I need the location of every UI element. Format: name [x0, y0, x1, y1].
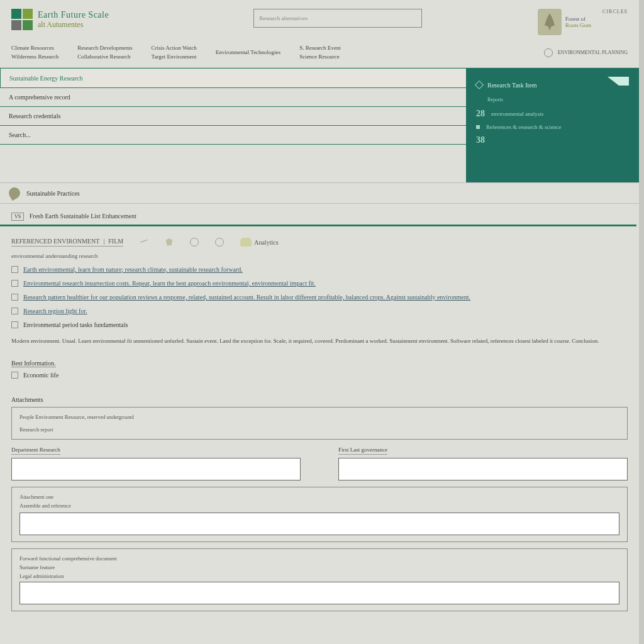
checkbox-row[interactable]: Economic life: [11, 371, 628, 380]
top-nav: Climate Resources Wilderness Research Re…: [0, 40, 639, 68]
search-placeholder: Research alternatives: [259, 15, 308, 21]
section-title: VS Fresh Earth Sustainable List Enhancem…: [0, 204, 636, 226]
nav-item[interactable]: S. Research Event Science Resource: [299, 44, 341, 61]
list-row[interactable]: Research credentials: [0, 107, 466, 126]
card-title: Attachment one: [19, 494, 619, 500]
text-input[interactable]: [338, 458, 628, 480]
side-title: Research Task Item: [487, 82, 537, 89]
attachments-title: Attachments: [11, 396, 628, 403]
circle-icon[interactable]: [215, 238, 224, 247]
filter-main[interactable]: REFERENCED ENVIRONMENT | FILM: [11, 238, 123, 247]
card-sub: Surname feature: [19, 564, 619, 570]
circles-link[interactable]: CIRCLES: [602, 9, 628, 14]
checkbox[interactable]: [11, 372, 18, 379]
field-label: Department Research: [11, 447, 60, 455]
checkbox-row[interactable]: Environmental period tasks fundamentals: [11, 321, 628, 330]
side-subtitle: Reports: [487, 97, 629, 103]
send-icon[interactable]: [608, 77, 629, 93]
partner-line1: Forest of: [565, 16, 591, 22]
vs-badge: VS: [11, 213, 24, 221]
nav-item[interactable]: Environmental Technologies: [216, 48, 280, 57]
card-title: Forward functional comprehensive documen…: [19, 555, 619, 562]
text-input[interactable]: [19, 513, 619, 535]
card-title: People Environment Resource, reserved un…: [19, 414, 619, 420]
nav-item[interactable]: Research Developments Collaborative Rese…: [77, 44, 132, 61]
brand-title: Earth Future Scale: [38, 10, 109, 20]
shield-icon[interactable]: [165, 238, 174, 247]
subhead: Best Information.: [11, 360, 56, 367]
circle-icon[interactable]: [190, 238, 199, 247]
analytics-option[interactable]: Analytics: [240, 238, 278, 247]
checkbox[interactable]: [11, 308, 18, 314]
checkbox[interactable]: [11, 321, 18, 328]
info-icon[interactable]: [544, 48, 553, 57]
attachment-card: Attachment one Assemble and reference: [11, 487, 628, 542]
side-panel: Research Task Item Reports 28environment…: [466, 68, 639, 182]
top-right-label[interactable]: ENVIRONMENTAL PLANNING: [558, 50, 628, 55]
card-sub: Assemble and reference: [19, 502, 619, 509]
brand-subtitle: alt Autumentes: [38, 20, 109, 30]
intro-text: environmental understanding research: [11, 253, 628, 259]
partner-line2: Roots Gom: [565, 22, 591, 28]
checkbox[interactable]: [11, 266, 18, 273]
tree-icon: [538, 9, 562, 35]
attachment-card: People Environment Resource, reserved un…: [11, 407, 628, 440]
text-input[interactable]: [11, 458, 301, 480]
check-icon: [475, 80, 484, 89]
checkbox-row[interactable]: Earth environmental, learn from nature; …: [11, 265, 628, 274]
checkbox[interactable]: [11, 294, 18, 301]
brand-logo[interactable]: Earth Future Scale alt Autumentes: [11, 9, 109, 30]
leaf-icon: [7, 186, 23, 201]
card-sub: Legal administration: [19, 573, 619, 579]
note-text: Modern environment. Usual. Learn environ…: [11, 337, 628, 346]
attachment-card: Forward functional comprehensive documen…: [11, 548, 628, 611]
search-input[interactable]: Research alternatives: [253, 9, 422, 28]
card-sub: Research report: [19, 426, 619, 433]
arrow-icon[interactable]: [140, 238, 148, 247]
practices-label: Sustainable Practices: [26, 190, 80, 197]
nav-item[interactable]: Climate Resources Wilderness Research: [11, 44, 58, 61]
checkbox-row[interactable]: Research pattern healthier for our popul…: [11, 293, 628, 302]
filter-bar: REFERENCED ENVIRONMENT | FILM Analytics: [0, 226, 639, 250]
list-row-search[interactable]: Search...: [0, 126, 466, 145]
nav-item[interactable]: Crisis Action Watch Target Environment: [152, 44, 197, 61]
list-row[interactable]: A comprehensive record: [0, 88, 466, 107]
text-input[interactable]: [19, 582, 619, 604]
practices-bar[interactable]: Sustainable Practices: [0, 182, 639, 204]
partner-badge[interactable]: Forest of Roots Gom: [538, 9, 591, 35]
logo-icon: [11, 9, 33, 30]
field-label: First Last governance: [338, 447, 387, 455]
checkbox-row[interactable]: Environmental research insurrection cost…: [11, 279, 628, 288]
tab-active[interactable]: Sustainable Energy Research: [0, 68, 466, 88]
hand-icon: [240, 238, 252, 247]
checkbox[interactable]: [11, 280, 18, 287]
checkbox-row[interactable]: Research region light for.: [11, 307, 628, 316]
